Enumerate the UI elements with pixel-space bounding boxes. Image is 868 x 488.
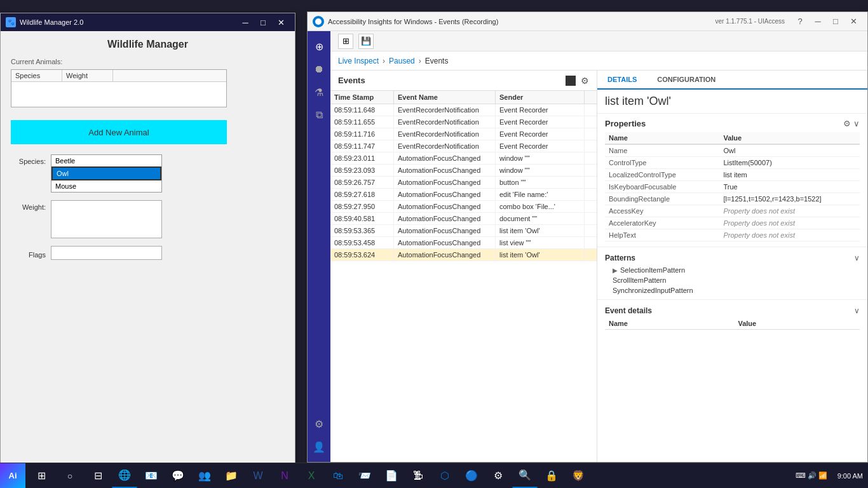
event-row-3[interactable]: 08:59:11.747 EventRecorderNotification E…	[330, 140, 597, 152]
weight-input[interactable]	[51, 200, 162, 238]
event-row-8[interactable]: 08:59:27.950 AutomationFocusChanged comb…	[330, 201, 597, 213]
event-row-7[interactable]: 08:59:27.618 AutomationFocusChanged edit…	[330, 189, 597, 201]
taskbar-icon-explorer[interactable]: 📁	[219, 464, 244, 488]
species-dropdown[interactable]: Beetle Owl Mouse	[51, 154, 162, 193]
taskbar-icon-outlook[interactable]: 📧	[139, 464, 164, 488]
species-dropdown-list[interactable]: Beetle Owl Mouse	[51, 154, 162, 193]
ai-close-btn[interactable]: ✕	[844, 13, 862, 30]
taskbar-start-button[interactable]: ⊞	[25, 463, 57, 489]
ai-maximize-btn[interactable]: □	[827, 13, 844, 30]
event-details-header[interactable]: Event details ∨	[605, 304, 860, 318]
taskbar-icon-winzip[interactable]: 🗜	[405, 464, 431, 488]
event-row-11[interactable]: 08:59:53.458 AutomationFocusChanged list…	[330, 237, 597, 249]
event-cell-time-7: 08:59:27.618	[330, 189, 394, 200]
event-cell-sender-10: list item 'Owl'	[496, 225, 585, 236]
pattern-item-2: SynchronizedInputPattern	[605, 285, 860, 295]
event-row-12[interactable]: 08:59:53.624 AutomationFocusChanged list…	[330, 249, 597, 261]
breadcrumb-paused[interactable]: Paused	[389, 57, 415, 65]
prop-name-0: Name	[605, 144, 719, 157]
ai-minimize-btn[interactable]: ─	[809, 13, 827, 30]
sidebar-icon-record[interactable]: ⏺	[309, 59, 329, 79]
taskbar-icon-vpn[interactable]: 🔒	[539, 464, 564, 488]
event-row-0[interactable]: 08:59:11.648 EventRecorderNotification E…	[330, 104, 597, 116]
taskbar-icon-ai-insights[interactable]: 🔍	[512, 464, 538, 488]
pattern-item-0[interactable]: ▶ SelectionItemPattern	[605, 265, 860, 275]
event-row-4[interactable]: 08:59:23.011 AutomationFocusChanged wind…	[330, 152, 597, 165]
tab-details[interactable]: DETAILS	[597, 71, 647, 90]
tab-configuration[interactable]: CONFIGURATION	[647, 71, 726, 90]
wildlife-close-btn[interactable]: ✕	[272, 13, 290, 31]
event-row-6[interactable]: 08:59:26.757 AutomationFocusChanged butt…	[330, 177, 597, 189]
taskbar-ai-button[interactable]: Ai	[0, 463, 25, 489]
pattern-item-1: ScrollItemPattern	[605, 275, 860, 285]
taskbar-search-button[interactable]: ○	[57, 463, 83, 489]
properties-title: Properties	[605, 119, 646, 128]
taskbar-icon-bigsur[interactable]: ⚙	[485, 464, 511, 488]
taskbar-icon-edge[interactable]: 🌐	[112, 464, 137, 488]
sidebar-icon-settings[interactable]: ⚙	[309, 414, 329, 434]
prop-value-2: list item	[719, 169, 860, 181]
taskbar-icon-skype[interactable]: 💬	[165, 464, 191, 488]
taskbar-icon-onenote[interactable]: N	[272, 464, 297, 488]
taskbar-icon-chrome[interactable]: 🔵	[459, 464, 484, 488]
properties-gear-icon[interactable]: ⚙ ∨	[843, 119, 860, 128]
flags-input[interactable]	[51, 246, 162, 260]
taskbar-icon-appx[interactable]: ⬡	[432, 464, 458, 488]
event-row-10[interactable]: 08:59:53.365 AutomationFocusChanged list…	[330, 225, 597, 237]
event-details-title: Event details	[605, 306, 652, 315]
events-rows-container: 08:59:11.648 EventRecorderNotification E…	[330, 104, 597, 261]
sidebar-icon-pattern[interactable]: ⧉	[309, 105, 329, 125]
patterns-section: Patterns ∨ ▶ SelectionItemPatternScrollI…	[597, 247, 867, 299]
ai-help-btn[interactable]: ?	[791, 13, 809, 30]
prop-row-0: Name Owl	[605, 144, 860, 157]
species-column-header: Species	[11, 70, 62, 81]
taskbar-icon-word[interactable]: W	[245, 464, 271, 488]
event-cell-sender-4: window ""	[496, 152, 585, 164]
properties-table: Name Value Name Owl ControlType ListItem…	[605, 132, 860, 241]
event-cell-name-7: AutomationFocusChanged	[394, 189, 496, 200]
events-stop-button[interactable]	[566, 76, 576, 86]
taskbar-icon-acrobat[interactable]: 📄	[379, 464, 404, 488]
wildlife-minimize-btn[interactable]: ─	[236, 13, 254, 31]
wildlife-content: Wildlife Manager Current Animals: Specie…	[1, 31, 295, 268]
prop-value-5: Property does not exist	[719, 205, 860, 217]
patterns-section-header[interactable]: Patterns ∨	[605, 251, 860, 265]
taskbar-icon-mail[interactable]: 📨	[352, 464, 377, 488]
wildlife-titlebar: 🐾 Wildlife Manager 2.0 ─ □ ✕	[1, 13, 295, 31]
event-cell-time-11: 08:59:53.458	[330, 237, 394, 248]
sidebar-icon-user[interactable]: 👤	[309, 437, 329, 457]
flags-row: Flags	[11, 246, 285, 260]
events-settings-icon[interactable]: ⚙	[581, 76, 589, 86]
species-option-mouse[interactable]: Mouse	[51, 180, 161, 192]
event-details-table: Name Value	[605, 318, 860, 330]
toolbar-btn-save[interactable]: 💾	[358, 34, 374, 49]
event-row-2[interactable]: 08:59:11.716 EventRecorderNotification E…	[330, 128, 597, 140]
weight-label: Weight:	[11, 200, 46, 211]
taskbar-icon-excel[interactable]: X	[299, 464, 324, 488]
event-row-5[interactable]: 08:59:23.093 AutomationFocusChanged wind…	[330, 165, 597, 177]
taskbar-icon-taskview[interactable]: ⊟	[85, 464, 111, 488]
add-new-animal-button[interactable]: Add New Animal	[11, 120, 227, 144]
sidebar-icon-flask[interactable]: ⚗	[309, 82, 329, 102]
col-header-eventname: Event Name	[394, 91, 496, 104]
prop-row-1: ControlType ListItem(50007)	[605, 157, 860, 169]
event-details-col-value: Value	[734, 318, 860, 330]
species-option-owl[interactable]: Owl	[51, 166, 161, 180]
event-row-9[interactable]: 08:59:40.581 AutomationFocusChanged docu…	[330, 213, 597, 225]
taskbar-icon-teams[interactable]: 👥	[192, 464, 217, 488]
taskbar-icon-store[interactable]: 🛍	[325, 464, 351, 488]
event-row-1[interactable]: 08:59:11.655 EventRecorderNotification E…	[330, 116, 597, 128]
taskbar-icon-brave[interactable]: 🦁	[566, 464, 591, 488]
toolbar-btn-snapshot[interactable]: ⊞	[338, 34, 353, 49]
species-option-beetle[interactable]: Beetle	[51, 155, 161, 166]
event-cell-name-4: AutomationFocusChanged	[394, 152, 496, 164]
event-cell-name-1: EventRecorderNotification	[394, 116, 496, 128]
properties-header: Properties ⚙ ∨	[605, 119, 860, 128]
breadcrumb-live-inspect[interactable]: Live Inspect	[338, 57, 379, 65]
breadcrumb: Live Inspect › Paused › Events	[330, 51, 867, 71]
sidebar-icon-target[interactable]: ⊕	[309, 36, 329, 57]
event-cell-name-12: AutomationFocusChanged	[394, 249, 496, 261]
wildlife-maximize-btn[interactable]: □	[254, 13, 272, 31]
ai-toolbar: ⊞ 💾	[330, 31, 867, 51]
props-col-name: Name	[605, 132, 719, 144]
